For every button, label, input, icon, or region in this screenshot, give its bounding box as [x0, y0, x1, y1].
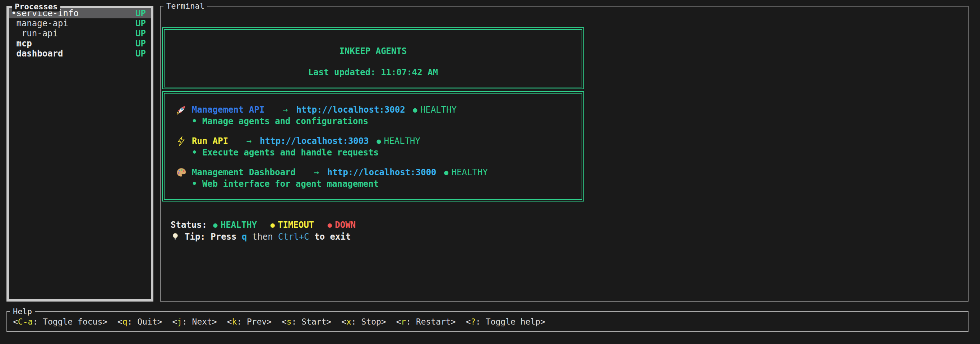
- tip-suffix: to exit: [309, 232, 351, 242]
- terminal-panel[interactable]: Terminal INKEEP AGENTS Last updated: 11:…: [160, 6, 969, 302]
- palette-icon: [175, 167, 188, 178]
- help-key: ?: [471, 317, 476, 326]
- tip-line: Tip: Press q then Ctrl+C to exit: [171, 230, 369, 243]
- legend-timeout-label: TIMEOUT: [278, 220, 314, 230]
- legend-healthy-label: HEALTHY: [221, 220, 257, 230]
- arrow-icon: →: [314, 167, 319, 178]
- help-action: Next: [192, 317, 212, 326]
- process-status-badge: UP: [135, 38, 146, 49]
- process-row-mcp[interactable]: mcp UP: [9, 38, 151, 49]
- help-action: Toggle focus: [43, 317, 102, 326]
- help-key: C-a: [18, 317, 33, 326]
- service-name: Run API: [192, 136, 228, 146]
- help-key: s: [287, 317, 292, 326]
- terminal-app-window: Processes •service-info UP manage-api UP…: [0, 0, 980, 344]
- help-panel: Help <C-a: Toggle focus> <q: Quit> <j: N…: [6, 311, 969, 332]
- service-management-dashboard: Management Dashboard → http://localhost:…: [175, 166, 582, 190]
- service-url[interactable]: http://localhost:3002: [296, 105, 405, 115]
- help-action: Restart: [416, 317, 451, 326]
- service-description: • Manage agents and configurations: [192, 115, 582, 127]
- status-dot-icon: ●: [444, 168, 448, 177]
- agents-header-box: INKEEP AGENTS Last updated: 11:07:42 AM: [162, 27, 584, 89]
- terminal-footer-text: Status: ● HEALTHY ● TIMEOUT ● DOWN Tip: [171, 219, 369, 243]
- status-dot-icon: ●: [377, 137, 381, 146]
- process-status-badge: UP: [135, 29, 146, 38]
- help-key: r: [401, 317, 406, 326]
- bulb-icon: [171, 232, 180, 242]
- tip-text: Tip: Press: [185, 232, 242, 242]
- processes-panel-title: Processes: [12, 2, 60, 11]
- process-row-run-api[interactable]: run-api UP: [9, 29, 151, 38]
- rocket-icon: [175, 104, 188, 115]
- tip-then: then: [247, 232, 278, 242]
- help-item-prev: <k: Prev>: [227, 317, 272, 326]
- help-item-restart: <r: Restart>: [396, 317, 455, 326]
- process-row-dashboard[interactable]: dashboard UP: [9, 49, 151, 59]
- tip-ctrl-c: Ctrl+C: [278, 232, 309, 242]
- arrow-icon: →: [247, 136, 251, 146]
- service-status: HEALTHY: [384, 136, 420, 146]
- lightning-icon: [175, 136, 188, 146]
- process-row-manage-api[interactable]: manage-api UP: [9, 18, 151, 29]
- service-status: HEALTHY: [420, 105, 457, 115]
- services-box: Management API → http://localhost:3002 ●…: [162, 91, 584, 202]
- process-name: dashboard: [16, 49, 63, 59]
- service-status: HEALTHY: [452, 167, 488, 178]
- terminal-panel-title: Terminal: [164, 2, 207, 11]
- service-url[interactable]: http://localhost:3003: [260, 136, 369, 146]
- service-run-api: Run API → http://localhost:3003 ● HEALTH…: [175, 135, 582, 158]
- help-action: Quit: [137, 317, 157, 326]
- process-status-badge: UP: [135, 8, 146, 18]
- status-dot-icon: ●: [413, 106, 417, 114]
- healthy-dot-icon: ●: [213, 221, 217, 229]
- process-status-badge: UP: [135, 18, 146, 29]
- process-name: run-api: [22, 29, 58, 38]
- help-item-next: <j: Next>: [172, 317, 217, 326]
- help-item-stop: <x: Stop>: [341, 317, 386, 326]
- tip-key-q: q: [242, 232, 247, 242]
- last-updated-text: Last updated: 11:07:42 AM: [164, 67, 582, 77]
- help-key: k: [232, 317, 237, 326]
- help-key: q: [123, 317, 127, 326]
- timeout-dot-icon: ●: [270, 221, 275, 229]
- help-action: Prev: [247, 317, 267, 326]
- process-name: mcp: [16, 38, 32, 49]
- help-key: x: [346, 317, 352, 326]
- help-item-toggle-help: <?: Toggle help>: [466, 317, 545, 326]
- app-title: INKEEP AGENTS: [164, 46, 582, 56]
- help-item-start: <s: Start>: [282, 317, 332, 326]
- status-legend-label: Status:: [171, 220, 207, 230]
- down-dot-icon: ●: [328, 221, 332, 229]
- process-name: manage-api: [16, 18, 68, 29]
- help-action: Toggle help: [486, 317, 540, 326]
- service-url[interactable]: http://localhost:3000: [327, 167, 436, 178]
- status-legend: Status: ● HEALTHY ● TIMEOUT ● DOWN: [171, 219, 369, 230]
- help-item-quit: <q: Quit>: [118, 317, 162, 326]
- processes-panel: Processes •service-info UP manage-api UP…: [6, 6, 153, 302]
- service-name: Management API: [192, 105, 264, 115]
- service-description: • Execute agents and handle requests: [192, 147, 582, 158]
- service-management-api: Management API → http://localhost:3002 ●…: [175, 104, 582, 127]
- help-item-toggle-focus: <C-a: Toggle focus>: [13, 317, 107, 326]
- help-action: Start: [301, 317, 326, 326]
- service-name: Management Dashboard: [192, 167, 296, 178]
- service-description: • Web interface for agent management: [192, 178, 582, 190]
- help-panel-title: Help: [10, 307, 35, 316]
- legend-down-label: DOWN: [335, 220, 356, 230]
- arrow-icon: →: [283, 105, 288, 115]
- process-status-badge: UP: [135, 49, 146, 59]
- help-key: j: [177, 317, 182, 326]
- help-action: Stop: [361, 317, 381, 326]
